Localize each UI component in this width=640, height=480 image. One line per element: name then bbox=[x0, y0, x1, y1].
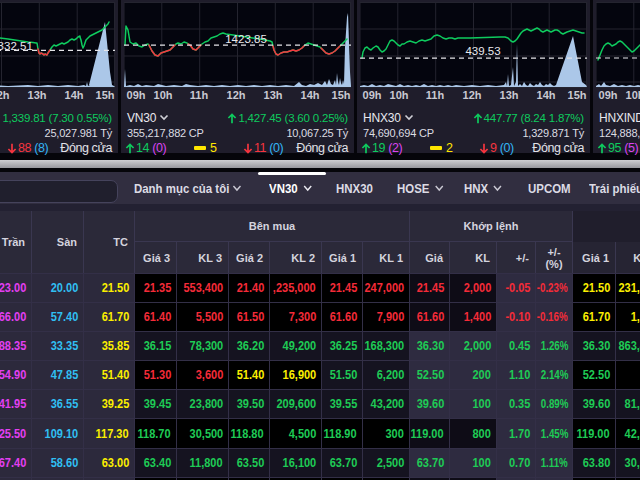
svg-text:439.53: 439.53 bbox=[465, 45, 500, 57]
svg-text:1423.85: 1423.85 bbox=[225, 33, 267, 45]
svg-text:1332.51: 1332.51 bbox=[0, 40, 33, 52]
